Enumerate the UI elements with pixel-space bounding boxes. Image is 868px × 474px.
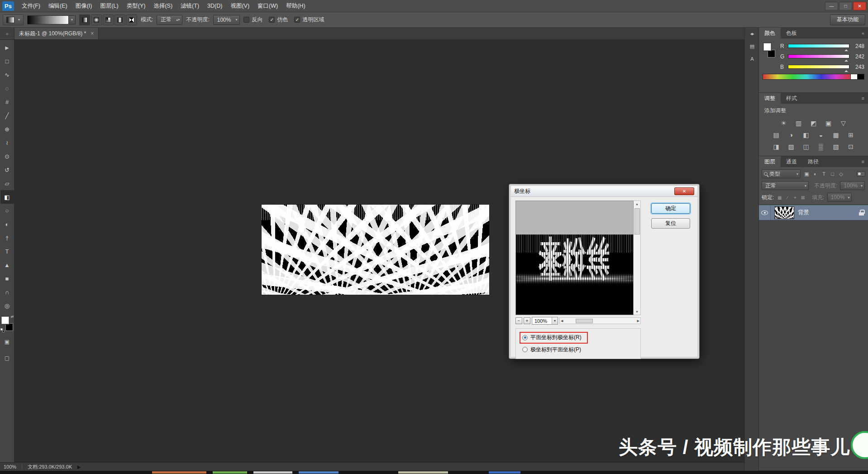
opacity-dropdown[interactable]: 100%▾ xyxy=(213,15,240,25)
photo-filter-icon[interactable]: ◒ xyxy=(816,131,826,139)
panel-tab[interactable]: 通道 xyxy=(781,156,802,167)
black-white-icon[interactable]: ◧ xyxy=(801,131,811,139)
color-ramp[interactable] xyxy=(763,74,864,80)
blend-mode-dropdown[interactable]: 正常▴▾ xyxy=(157,15,182,25)
hue-saturation-icon[interactable]: ▤ xyxy=(771,131,781,139)
color-balance-icon[interactable]: ◑ xyxy=(786,131,796,139)
radio-polar-to-rectangular[interactable] xyxy=(522,347,528,352)
menu-item[interactable]: 帮助(H) xyxy=(282,0,309,12)
character-panel-icon[interactable]: A xyxy=(750,56,753,62)
levels-icon[interactable]: ▥ xyxy=(794,120,804,127)
scroll-right-icon[interactable]: ▶ xyxy=(637,319,639,323)
filter-smart-objects-icon[interactable]: ◇ xyxy=(837,171,845,177)
swap-colors-icon[interactable]: ⇄ xyxy=(11,315,14,319)
brightness-contrast-icon[interactable]: ☀ xyxy=(779,120,789,127)
dialog-preview-image[interactable]: 来粉丝 来粉丝 xyxy=(515,201,634,315)
path-selection-tool[interactable]: ▲ xyxy=(0,258,14,272)
option-checkbox[interactable]: ✓ 透明区域 xyxy=(294,16,324,24)
menu-item[interactable]: 选择(S) xyxy=(149,0,176,12)
tool-preset-picker[interactable]: ▾ xyxy=(3,14,24,25)
menu-item[interactable]: 图层(L) xyxy=(96,0,122,12)
foreground-color-swatch[interactable] xyxy=(763,43,771,51)
linear-gradient-button[interactable] xyxy=(79,14,90,25)
radio-rectangular-to-polar[interactable] xyxy=(522,335,528,340)
vibrance-icon[interactable]: ▽ xyxy=(839,120,849,127)
foreground-color-swatch[interactable] xyxy=(1,316,9,324)
foreground-background-swatches[interactable]: ⇄ xyxy=(0,316,14,331)
option-checkbox[interactable]: ✓ 仿色 xyxy=(269,16,288,24)
dialog-title-bar[interactable]: 极坐标 ✕ xyxy=(511,186,697,197)
layer-filter-dropdown[interactable]: 类型 ▾ xyxy=(762,169,801,178)
preview-horizontal-scrollbar[interactable]: ◀ ▶ xyxy=(559,317,641,324)
panel-menu-icon[interactable]: ≡ xyxy=(862,159,868,164)
hand-tool[interactable]: ∩ xyxy=(0,285,14,299)
background-color-swatch[interactable] xyxy=(768,50,775,57)
filter-adjustment-layers-icon[interactable]: ◐ xyxy=(811,171,819,177)
background-color-swatch[interactable] xyxy=(5,323,13,331)
menu-item[interactable]: 视图(V) xyxy=(226,0,253,12)
history-panel-icon[interactable]: ▤ xyxy=(750,43,754,49)
filter-pixel-layers-icon[interactable]: ▣ xyxy=(803,171,811,177)
scroll-left-icon[interactable]: ◀ xyxy=(561,319,563,323)
scroll-down-icon[interactable]: ▼ xyxy=(635,309,639,315)
screen-mode-button[interactable]: ▢ xyxy=(0,352,14,364)
visibility-toggle[interactable] xyxy=(759,205,771,220)
zoom-tool[interactable]: ◎ xyxy=(0,299,14,312)
panel-tab[interactable]: 颜色 xyxy=(759,28,781,38)
layer-thumbnail[interactable] xyxy=(774,206,794,219)
status-flyout-icon[interactable]: ▶ xyxy=(77,464,81,469)
color-lookup-icon[interactable]: ⊞ xyxy=(846,131,856,139)
menu-item[interactable]: 图像(I) xyxy=(72,0,96,12)
marquee-tool[interactable]: □ xyxy=(0,54,14,68)
quick-mask-button[interactable]: ▣ xyxy=(0,336,14,348)
eraser-tool[interactable]: ▱ xyxy=(0,177,14,190)
custom-adjustment-icon[interactable]: ⊡ xyxy=(846,143,856,150)
panel-tab[interactable]: 调整 xyxy=(759,93,781,104)
type-tool[interactable]: T xyxy=(0,244,14,258)
invert-icon[interactable]: ◨ xyxy=(771,143,781,150)
dialog-close-button[interactable]: ✕ xyxy=(674,187,694,195)
panel-tab[interactable]: 色板 xyxy=(781,28,802,38)
spectrum-ramp[interactable] xyxy=(763,74,850,79)
filter-shape-layers-icon[interactable]: □ xyxy=(829,171,836,177)
zoom-value-dropdown[interactable]: 100% ▼ xyxy=(532,317,558,325)
dodge-tool[interactable]: ◐ xyxy=(0,217,14,231)
quick-selection-tool[interactable]: ◌ xyxy=(0,81,14,95)
panel-tab[interactable]: 样式 xyxy=(781,93,802,104)
lock-position-icon[interactable]: + xyxy=(792,195,798,200)
lasso-tool[interactable]: ∿ xyxy=(0,68,14,81)
pen-tool[interactable]: † xyxy=(0,231,14,244)
default-colors-icon[interactable] xyxy=(0,328,5,332)
brush-tool[interactable]: ≀ xyxy=(0,136,14,149)
crop-tool[interactable]: # xyxy=(0,95,14,109)
eyedropper-tool[interactable]: ╱ xyxy=(0,109,14,122)
channel-value[interactable]: 242 xyxy=(853,53,864,60)
scroll-up-icon[interactable]: ▲ xyxy=(635,201,639,207)
panel-menu-icon[interactable]: ≡ xyxy=(862,96,868,101)
layer-row-background[interactable]: 背景 xyxy=(759,205,868,220)
selective-color-icon[interactable]: ▧ xyxy=(831,143,841,150)
lock-pixels-icon[interactable]: ∕ xyxy=(784,195,790,200)
curves-icon[interactable]: ◩ xyxy=(809,120,819,127)
channel-slider[interactable] xyxy=(788,54,849,58)
zoom-level[interactable]: 100% xyxy=(4,464,16,469)
checkbox-icon[interactable] xyxy=(243,17,249,23)
zoom-in-button[interactable]: + xyxy=(524,317,530,324)
gradient-picker[interactable]: ▾ xyxy=(27,15,76,24)
minimize-button[interactable]: — xyxy=(825,2,838,10)
blur-tool[interactable]: ○ xyxy=(0,204,14,217)
menu-item[interactable]: 窗口(W) xyxy=(253,0,282,12)
tab-close-icon[interactable]: × xyxy=(91,30,94,37)
reset-button[interactable]: 复位 xyxy=(651,218,690,229)
toolbar-collapse-icon[interactable]: » xyxy=(0,28,14,39)
panel-tab[interactable]: 图层 xyxy=(759,156,781,167)
scrollbar-thumb[interactable] xyxy=(634,208,640,235)
radio-label[interactable]: 极坐标到平面坐标(P) xyxy=(530,346,581,354)
preview-vertical-scrollbar[interactable]: ▲ ▼ xyxy=(634,201,641,315)
channel-slider[interactable] xyxy=(788,65,849,69)
panel-color-swatches[interactable] xyxy=(763,43,776,58)
shape-tool[interactable]: ■ xyxy=(0,272,14,285)
move-tool[interactable]: ► xyxy=(0,41,14,54)
radio-label[interactable]: 平面坐标到极坐标(R) xyxy=(530,334,582,341)
close-button[interactable]: ✕ xyxy=(853,2,866,10)
